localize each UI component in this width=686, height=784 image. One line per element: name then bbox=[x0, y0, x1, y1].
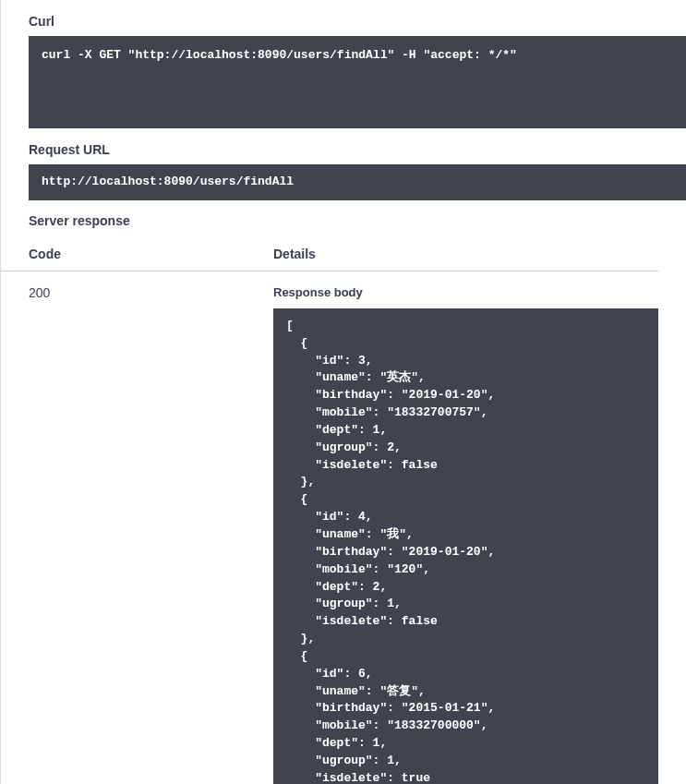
response-row: 200 Response body [ { "id": 3, "uname": … bbox=[1, 271, 686, 784]
status-code: 200 bbox=[29, 285, 273, 784]
details-column-header: Details bbox=[273, 247, 631, 261]
response-panel: Curl curl -X GET "http://localhost:8090/… bbox=[0, 0, 686, 784]
request-url-block[interactable]: http://localhost:8090/users/findAll bbox=[29, 164, 686, 200]
response-body-heading: Response body bbox=[273, 285, 658, 308]
response-table-header: Code Details bbox=[1, 235, 658, 271]
response-details: Response body [ { "id": 3, "uname": "英杰"… bbox=[273, 285, 658, 784]
code-column-header: Code bbox=[29, 247, 273, 261]
server-response-heading: Server response bbox=[1, 200, 686, 235]
curl-heading: Curl bbox=[1, 0, 686, 36]
request-url-heading: Request URL bbox=[1, 128, 686, 164]
response-body-text: [ { "id": 3, "uname": "英杰", "birthday": … bbox=[286, 319, 495, 784]
curl-command-block[interactable]: curl -X GET "http://localhost:8090/users… bbox=[29, 36, 686, 128]
response-body-block[interactable]: [ { "id": 3, "uname": "英杰", "birthday": … bbox=[273, 308, 658, 784]
